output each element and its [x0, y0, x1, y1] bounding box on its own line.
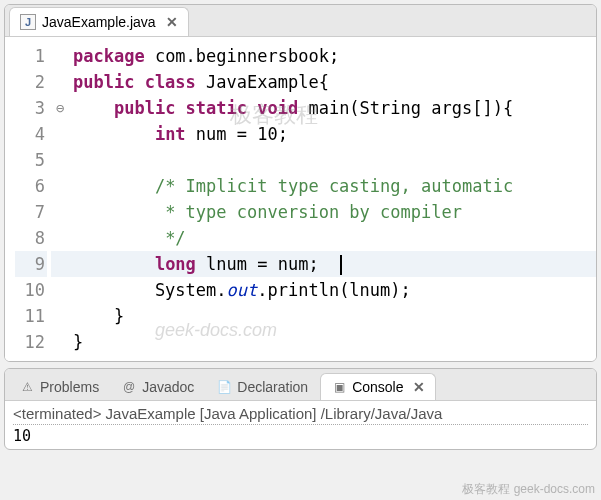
fold-column: ⊖ [51, 37, 69, 361]
line-number: 7 [15, 199, 47, 225]
fold-marker [51, 225, 69, 251]
console-icon: ▣ [331, 379, 347, 395]
code-line[interactable]: * type conversion by compiler [69, 199, 596, 225]
code-line[interactable]: package com.beginnersbook; [69, 43, 596, 69]
tab-label: Problems [40, 379, 99, 395]
editor-panel: J JavaExample.java ✕ 123456789101112 ⊖ p… [4, 4, 597, 362]
line-number: 6 [15, 173, 47, 199]
fold-marker [51, 251, 69, 277]
line-number: 3 [15, 95, 47, 121]
problems-icon: ⚠ [19, 379, 35, 395]
fold-marker [51, 329, 69, 355]
code-line[interactable]: */ [69, 225, 596, 251]
bottom-panel: ⚠Problems@Javadoc📄Declaration▣Console✕ <… [4, 368, 597, 450]
fold-marker [51, 121, 69, 147]
line-number: 1 [15, 43, 47, 69]
fold-marker [51, 199, 69, 225]
code-line[interactable]: } [69, 329, 596, 355]
declaration-icon: 📄 [216, 379, 232, 395]
console-output: 10 [13, 427, 588, 445]
console-status: <terminated> JavaExample [Java Applicati… [13, 405, 588, 425]
fold-marker[interactable]: ⊖ [51, 95, 69, 121]
tab-console[interactable]: ▣Console✕ [320, 373, 435, 400]
code-line[interactable]: public static void main(String args[]){ [69, 95, 596, 121]
tab-declaration[interactable]: 📄Declaration [206, 374, 318, 400]
editor-tab-filename: JavaExample.java [42, 14, 156, 30]
code-line[interactable]: System.out.println(lnum); [69, 277, 596, 303]
line-number: 11 [15, 303, 47, 329]
line-number: 4 [15, 121, 47, 147]
fold-marker [51, 69, 69, 95]
line-number: 2 [15, 69, 47, 95]
code-lines[interactable]: package com.beginnersbook;public class J… [69, 37, 596, 361]
tab-problems[interactable]: ⚠Problems [9, 374, 109, 400]
line-number: 12 [15, 329, 47, 355]
code-line[interactable]: public class JavaExample{ [69, 69, 596, 95]
tab-label: Declaration [237, 379, 308, 395]
tab-label: Javadoc [142, 379, 194, 395]
line-number: 9 [15, 251, 47, 277]
code-line[interactable]: } [69, 303, 596, 329]
javadoc-icon: @ [121, 379, 137, 395]
fold-marker [51, 43, 69, 69]
tab-javadoc[interactable]: @Javadoc [111, 374, 204, 400]
line-number: 10 [15, 277, 47, 303]
fold-marker [51, 173, 69, 199]
code-line[interactable]: /* Implicit type casting, automatic [69, 173, 596, 199]
code-line[interactable]: long lnum = num; [69, 251, 596, 277]
fold-marker [51, 147, 69, 173]
text-caret [340, 255, 342, 275]
code-line[interactable]: int num = 10; [69, 121, 596, 147]
close-icon[interactable]: ✕ [413, 379, 425, 395]
fold-marker [51, 303, 69, 329]
java-file-icon: J [20, 14, 36, 30]
bottom-tab-bar: ⚠Problems@Javadoc📄Declaration▣Console✕ [5, 369, 596, 401]
code-area[interactable]: 123456789101112 ⊖ package com.beginnersb… [5, 37, 596, 361]
watermark: 极客教程 geek-docs.com [462, 481, 595, 498]
fold-marker [51, 277, 69, 303]
console-body: <terminated> JavaExample [Java Applicati… [5, 401, 596, 449]
line-number: 5 [15, 147, 47, 173]
close-icon[interactable]: ✕ [166, 14, 178, 30]
tab-label: Console [352, 379, 403, 395]
line-number-gutter: 123456789101112 [5, 37, 51, 361]
line-number: 8 [15, 225, 47, 251]
editor-tab[interactable]: J JavaExample.java ✕ [9, 7, 189, 36]
code-line[interactable] [69, 147, 596, 173]
editor-tab-bar: J JavaExample.java ✕ [5, 5, 596, 37]
